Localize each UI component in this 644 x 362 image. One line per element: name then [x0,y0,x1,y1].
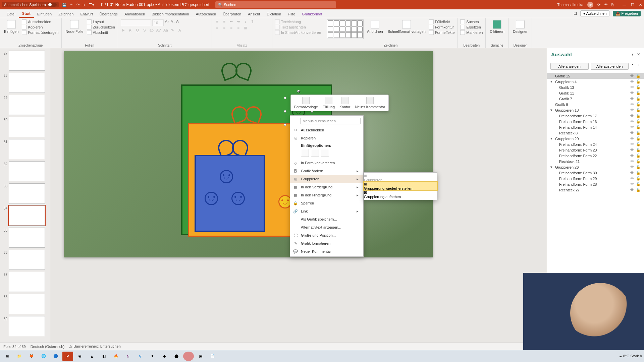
onenote-icon[interactable]: N [123,352,133,361]
tree-node[interactable]: Grafik 9👁🔓 [547,102,644,107]
lock-icon[interactable]: 🔓 [636,154,641,158]
lock-icon[interactable]: 🔓 [636,171,641,175]
tree-node[interactable]: Freihandform: Form 28👁🔓 [547,181,644,187]
ctx-convert-shape[interactable]: ◇In Form konvertieren [290,159,363,167]
section-button[interactable]: Abschnitt [87,30,115,35]
start-button[interactable]: ⊞ [2,352,13,361]
tree-node[interactable]: ▾Gruppieren 4👁🔓 [547,79,644,84]
weather-widget[interactable]: ☁ 8°C Stark b [619,354,642,358]
slide-thumbnails[interactable]: 27282930313233343536373839 [0,48,50,343]
thumbnail-34[interactable] [9,205,45,226]
thumbnail-28[interactable] [9,73,45,93]
minimize-icon[interactable]: — [623,3,626,7]
visibility-icon[interactable]: 👁 [630,119,634,124]
visibility-icon[interactable]: 👁 [630,142,634,146]
tree-node[interactable]: Freihandform: Form 14👁🔓 [547,124,644,130]
visibility-icon[interactable]: 👁 [630,188,634,192]
lock-icon[interactable]: 🔓 [636,119,641,124]
tab-animations[interactable]: Animationen [121,10,148,18]
visibility-icon[interactable]: 👁 [630,136,634,141]
maximize-icon[interactable]: ☐ [631,3,634,7]
replace-button[interactable]: Ersetzen [460,25,483,29]
privacy-icon[interactable]: ❀ [604,3,607,7]
lock-icon[interactable]: 🔓 [636,142,641,146]
lock-icon[interactable]: 🔓 [636,148,641,152]
obs-icon[interactable]: ⬤ [171,352,182,361]
visibility-icon[interactable]: 👁 [630,148,634,152]
new-slide-button[interactable]: Neue Folie [64,19,85,34]
tree-node[interactable]: Freihandform: Form 29👁🔓 [547,176,644,181]
visibility-icon[interactable]: 👁 [630,85,634,89]
ctx-lock[interactable]: 🔒Sperren [290,199,363,207]
tree-node[interactable]: ▾Gruppieren 26👁🔓 [547,164,644,170]
visibility-icon[interactable]: 👁 [630,159,634,164]
visibility-icon[interactable]: 👁 [630,97,634,101]
tab-design[interactable]: Entwurf [77,10,96,18]
visibility-icon[interactable]: 👁 [630,74,634,78]
move-up-icon[interactable]: ˄ [631,63,635,70]
tab-record[interactable]: Aufzeichnen [193,10,220,18]
sub-regroup[interactable]: ⊞Gruppierung wiederherstellen [364,182,437,190]
thumbnail-37[interactable] [9,272,45,292]
smartart-button[interactable]: In SmartArt konvertieren [275,30,321,35]
strike-icon[interactable]: S [142,28,147,33]
thumbnail-31[interactable] [9,139,45,159]
thumbnail-29[interactable] [9,95,45,115]
lock-icon[interactable]: 🔓 [636,85,641,89]
menu-search[interactable]: Menüs durchsuchen [300,118,361,124]
user-name[interactable]: Thomas Hruska [557,3,583,7]
slide[interactable]: .bow::before,.bow::after{border-color:in… [64,51,433,257]
record-button[interactable]: ● Aufzeichnen [580,10,610,16]
cut-button[interactable]: Ausschneiden [22,19,58,24]
lock-icon[interactable]: 🔓 [636,79,641,84]
tab-slideshow[interactable]: Bildschirmpräsentation [148,10,192,18]
increase-font-icon[interactable]: A↑ [165,19,169,26]
autosave-toggle[interactable]: Automatisches Speichern [2,2,59,7]
thumbnail-27[interactable] [9,51,45,71]
tab-view[interactable]: Ansicht [245,10,263,18]
tree-node[interactable]: Freihandform: Form 23👁🔓 [547,147,644,153]
start-from-beginning-icon[interactable]: ▷ [83,3,86,7]
spacing-icon[interactable]: AV [156,28,161,33]
paste-opt-1[interactable] [301,149,309,157]
share-button[interactable]: 📤 Freigeben [613,11,641,16]
tree-node[interactable]: ▾Gruppieren 18👁🔓 [547,107,644,113]
tree-node[interactable]: Grafik 7👁🔓 [547,96,644,102]
tree-node[interactable]: Rechteck 8👁🔓 [547,130,644,136]
font-color-icon[interactable]: A [177,28,182,33]
thumbnail-36[interactable] [9,250,45,270]
ctx-size-pos[interactable]: ⛶Größe und Position... [290,231,363,239]
lock-icon[interactable]: 🔓 [636,131,641,135]
shadow-icon[interactable]: ab [149,28,154,33]
vscode-icon[interactable]: V [135,352,146,361]
tab-draw[interactable]: Zeichnen [55,10,77,18]
search-box[interactable]: 🔍 Suchen [215,1,336,8]
firefox-icon[interactable]: 🦊 [26,352,37,361]
ctx-bring-front[interactable]: ▦In den Vordergrund▸ [290,183,363,191]
lock-icon[interactable]: 🔓 [636,114,641,118]
visibility-icon[interactable]: 👁 [630,176,634,181]
sub-ungroup[interactable]: ⊟Gruppierung aufheben [364,190,437,199]
coming-soon-icon[interactable]: ⎘ [611,3,614,7]
ctx-alt-text[interactable]: Alternativtext anzeigen... [290,223,363,231]
explorer-icon[interactable]: 📁 [14,352,25,361]
lock-icon[interactable]: 🔓 [636,159,641,164]
slide-canvas[interactable]: .bow::before,.bow::after{border-color:in… [50,48,547,343]
highlight-icon[interactable]: ✎ [170,28,175,33]
decrease-font-icon[interactable]: A↓ [171,19,175,26]
sync-icon[interactable]: ⟳ [597,3,600,7]
move-down-icon[interactable]: ˅ [637,63,641,70]
tab-insert[interactable]: Einfügen [34,10,55,18]
lock-icon[interactable]: 🔓 [636,176,641,181]
bold-icon[interactable]: F [121,28,126,33]
thumbnail-38[interactable] [9,294,45,314]
align-text-button[interactable]: Text ausrichten [275,25,321,29]
save-icon[interactable]: 💾 [62,3,67,7]
tree-node[interactable]: Freihandform: Form 16👁🔓 [547,119,644,124]
pane-close-icon[interactable]: ✕ [637,52,640,57]
tree-node[interactable]: Grafik 13👁🔓 [547,84,644,90]
touch-mode-icon[interactable]: ☰▾ [89,3,94,7]
undo-icon[interactable]: ↶ [70,3,73,7]
lock-icon[interactable]: 🔓 [636,97,641,101]
copy-button[interactable]: Kopieren [22,25,58,29]
